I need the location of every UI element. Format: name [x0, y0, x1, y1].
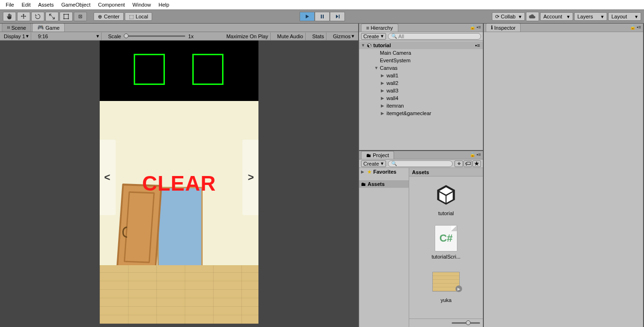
hierarchy-item[interactable]: ▶itemget&gameclear — [359, 109, 483, 117]
project-create-dropdown[interactable]: Create ▾ — [361, 160, 386, 167]
workspace: ⌗Scene 🎮Game Display 1 ▾ 9:16 ▾ Scale 1x… — [0, 24, 644, 327]
project-search-input[interactable]: 🔍 — [388, 160, 453, 167]
menu-help[interactable]: Help — [155, 1, 173, 8]
hierarchy-create-dropdown[interactable]: Create ▾ — [361, 33, 386, 40]
hierarchy-search-input[interactable]: 🔍All — [388, 33, 481, 40]
transform-tool-button[interactable] — [74, 12, 87, 21]
mute-toggle[interactable]: Mute Audio — [275, 33, 306, 40]
game-toolbar: Display 1 ▾ 9:16 ▾ Scale 1x Maximize On … — [0, 32, 358, 41]
pivot-center-button[interactable]: ⊕Center — [94, 12, 124, 21]
folder-assets[interactable]: 🖿Assets — [359, 180, 409, 188]
tab-scene[interactable]: ⌗Scene — [2, 24, 31, 32]
hand-tool-button[interactable] — [3, 12, 16, 21]
hierarchy-item[interactable]: ▶wall2 — [359, 79, 483, 87]
menu-window[interactable]: Window — [129, 1, 155, 8]
aspect-dropdown[interactable]: 9:16 ▾ — [36, 33, 101, 40]
rect-tool-button[interactable] — [60, 12, 73, 21]
asset-zoom-slider[interactable] — [452, 322, 480, 324]
stats-toggle[interactable]: Stats — [310, 33, 326, 40]
pivot-local-button[interactable]: ⬚Local — [125, 12, 152, 21]
expand-arrow-icon[interactable]: ▼ — [374, 66, 379, 70]
inspector-column: ℹInspector 🔒 ▪≡ — [484, 24, 644, 327]
svg-point-4 — [68, 18, 69, 19]
hierarchy-item[interactable]: ▶wall1 — [359, 72, 483, 79]
menu-assets[interactable]: Assets — [34, 1, 58, 8]
layout-dropdown[interactable]: Layout▾ — [608, 12, 641, 21]
scene-options-icon[interactable]: ▪≡ — [475, 42, 483, 48]
folder-favorites[interactable]: ▶★Favorites — [359, 168, 409, 176]
svg-point-1 — [63, 14, 64, 15]
hierarchy-item[interactable]: Main Camera — [359, 49, 483, 57]
folder-icon: 🖿 — [361, 181, 366, 187]
play-controls — [300, 12, 345, 21]
game-icon: 🎮 — [37, 25, 44, 31]
hierarchy-item[interactable]: ▶wall3 — [359, 87, 483, 94]
svg-rect-0 — [64, 14, 68, 18]
inventory-slot-1[interactable] — [134, 54, 165, 85]
local-icon: ⬚ — [129, 14, 134, 20]
play-button[interactable] — [300, 12, 315, 21]
rotate-tool-button[interactable] — [31, 12, 44, 21]
collab-dropdown[interactable]: ⟳ Collab▾ — [492, 12, 525, 21]
clear-overlay-text: CLEAR — [100, 172, 258, 195]
hierarchy-item[interactable]: ▼Canvas — [359, 64, 483, 72]
main-toolbar: ⊕Center ⬚Local ⟳ Collab▾ Account▾ Layers… — [0, 9, 644, 24]
hierarchy-item[interactable]: ▶itemran — [359, 102, 483, 109]
expand-arrow-icon[interactable]: ▶ — [381, 103, 386, 108]
search-filter-star[interactable]: ★ — [472, 160, 481, 167]
move-tool-button[interactable] — [17, 12, 30, 21]
inventory-slot-2[interactable] — [192, 54, 223, 85]
tab-inspector[interactable]: ℹInspector — [486, 24, 521, 32]
account-dropdown[interactable]: Account▾ — [540, 12, 573, 21]
floor — [100, 265, 258, 324]
svg-point-3 — [63, 18, 64, 19]
expand-arrow-icon[interactable]: ▶ — [381, 111, 386, 116]
menu-file[interactable]: File — [2, 1, 18, 8]
scale-slider[interactable] — [124, 35, 185, 37]
project-toolbar: Create ▾ 🔍 ⌖ 🏷 ★ — [359, 159, 483, 168]
center-icon: ⊕ — [98, 14, 102, 20]
menu-component[interactable]: Component — [94, 1, 129, 8]
hierarchy-item[interactable]: ▶wall4 — [359, 94, 483, 102]
cloud-button[interactable] — [526, 12, 539, 21]
expand-arrow-icon[interactable]: ▶ — [381, 73, 386, 78]
game-view: < > CLEAR — [0, 41, 358, 327]
hierarchy-item[interactable]: EventSystem — [359, 57, 483, 64]
search-filter-type[interactable]: ⌖ — [455, 160, 463, 167]
display-dropdown[interactable]: Display 1 ▾ — [2, 33, 31, 40]
expand-arrow-icon[interactable]: ▶ — [381, 81, 386, 85]
tab-project[interactable]: 🖿Project — [361, 151, 394, 159]
scale-tool-button[interactable] — [45, 12, 59, 21]
scale-control[interactable]: Scale 1x — [106, 33, 196, 40]
tab-hierarchy[interactable]: ≡Hierarchy — [361, 24, 398, 32]
asset-scene[interactable]: tutorial — [427, 181, 465, 216]
project-breadcrumb[interactable]: Assets — [409, 168, 483, 176]
inspector-body — [484, 32, 643, 327]
info-icon: ℹ — [491, 25, 493, 31]
hierarchy-toolbar: Create ▾ 🔍All — [359, 32, 483, 41]
project-footer — [409, 319, 483, 327]
layers-dropdown[interactable]: Layers▾ — [574, 12, 607, 21]
menu-bar: File Edit Assets GameObject Component Wi… — [0, 0, 644, 9]
hierarchy-lock-icon[interactable]: 🔒 ▪≡ — [470, 25, 481, 30]
inspector-lock-icon[interactable]: 🔒 ▪≡ — [630, 25, 641, 30]
expand-arrow-icon[interactable]: ▶ — [381, 96, 386, 101]
expand-arrow-icon[interactable]: ▶ — [381, 88, 386, 93]
maximize-toggle[interactable]: Maximize On Play — [224, 33, 271, 40]
gizmos-dropdown[interactable]: Gizmos ▾ — [331, 33, 356, 40]
hierarchy-project-column: ≡Hierarchy 🔒 ▪≡ Create ▾ 🔍All ▼ tutorial… — [359, 24, 484, 327]
asset-script[interactable]: C# tutorialScri... — [427, 225, 465, 260]
asset-texture[interactable]: yuka — [427, 268, 465, 303]
game-canvas[interactable]: < > CLEAR — [100, 41, 258, 324]
pause-button[interactable] — [315, 12, 330, 21]
search-filter-label[interactable]: 🏷 — [464, 160, 472, 167]
step-button[interactable] — [330, 12, 345, 21]
door-leaf — [116, 184, 162, 271]
menu-gameobject[interactable]: GameObject — [58, 1, 94, 8]
hierarchy-scene-row[interactable]: ▼ tutorial ▪≡ — [359, 42, 483, 49]
menu-edit[interactable]: Edit — [18, 1, 34, 8]
star-icon: ★ — [367, 169, 372, 175]
tab-game[interactable]: 🎮Game — [32, 24, 65, 32]
project-lock-icon[interactable]: 🔒 ▪≡ — [470, 152, 481, 157]
project-panel: 🖿Project 🔒 ▪≡ Create ▾ 🔍 ⌖ 🏷 ★ ▶★Favorit… — [359, 151, 483, 327]
